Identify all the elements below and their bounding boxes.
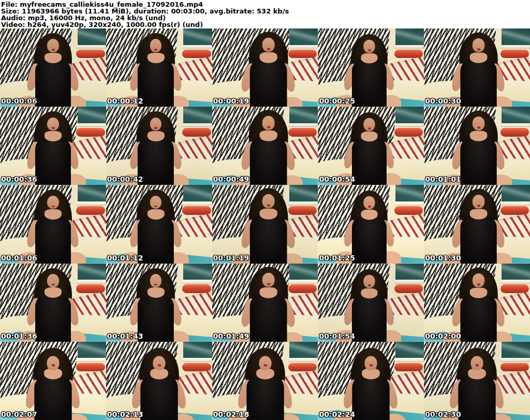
frame-timestamp: 00:01:12 bbox=[107, 254, 143, 262]
person-silhouette bbox=[0, 264, 106, 342]
video-frame: 00:00:06 bbox=[0, 28, 106, 107]
frame-timestamp: 00:01:25 bbox=[319, 254, 355, 262]
frame-timestamp: 00:00:36 bbox=[1, 175, 37, 183]
person-silhouette bbox=[106, 28, 209, 107]
person-silhouette bbox=[424, 343, 530, 420]
person-silhouette bbox=[424, 264, 530, 342]
person-silhouette bbox=[106, 107, 209, 185]
lips bbox=[477, 283, 480, 285]
frame-timestamp: 00:01:49 bbox=[213, 332, 249, 340]
chest bbox=[45, 209, 62, 220]
person-silhouette bbox=[106, 264, 209, 342]
frame-timestamp: 00:01:36 bbox=[1, 332, 37, 340]
frame-timestamp: 00:00:42 bbox=[107, 175, 143, 183]
lips bbox=[157, 364, 160, 366]
frame-timestamp: 00:00:49 bbox=[213, 175, 249, 183]
lips bbox=[154, 284, 157, 286]
person-silhouette bbox=[0, 185, 106, 263]
black-dress bbox=[460, 57, 497, 107]
person-silhouette bbox=[318, 265, 421, 341]
chest bbox=[361, 132, 378, 141]
face bbox=[47, 356, 60, 370]
frame-timestamp: 00:00:25 bbox=[319, 97, 355, 105]
chest bbox=[148, 209, 165, 220]
video-frame: 00:01:06 bbox=[0, 185, 106, 263]
video-frame: 00:00:36 bbox=[0, 107, 106, 185]
black-dress bbox=[352, 136, 387, 185]
video-frame: 00:01:12 bbox=[106, 185, 212, 263]
lips bbox=[263, 364, 267, 366]
person-silhouette bbox=[318, 30, 421, 106]
video-frame: 00:01:49 bbox=[212, 264, 318, 342]
frame-timestamp: 00:02:30 bbox=[425, 410, 461, 418]
person-silhouette bbox=[213, 28, 318, 107]
chest bbox=[470, 287, 487, 298]
black-dress bbox=[35, 57, 71, 107]
video-frame: 00:01:25 bbox=[318, 185, 424, 263]
lips bbox=[477, 127, 480, 129]
video-frame: 00:02:13 bbox=[106, 342, 212, 420]
video-frame: 00:02:24 bbox=[318, 342, 424, 420]
video-frame: 00:00:42 bbox=[106, 107, 212, 185]
chest bbox=[470, 209, 487, 220]
lips bbox=[52, 127, 55, 129]
lips bbox=[267, 283, 270, 285]
lips bbox=[51, 364, 54, 366]
chest bbox=[259, 287, 277, 297]
video-info-line: Video: h264, yuv420p, 320x240, 1000.00 f… bbox=[1, 21, 530, 28]
video-frame: 00:01:19 bbox=[212, 185, 318, 263]
chest bbox=[148, 131, 165, 141]
chest bbox=[45, 53, 62, 63]
frame-timestamp: 00:00:30 bbox=[425, 97, 461, 105]
lips bbox=[476, 364, 479, 366]
frame-timestamp: 00:01:54 bbox=[319, 332, 355, 340]
chest bbox=[470, 52, 487, 63]
person-silhouette bbox=[213, 185, 318, 263]
chest bbox=[361, 288, 378, 298]
frame-timestamp: 00:00:54 bbox=[319, 175, 355, 183]
black-dress bbox=[460, 136, 497, 185]
lips bbox=[267, 48, 270, 50]
video-frame: 00:02:30 bbox=[424, 342, 530, 420]
video-contact-sheet: File: myfreecams_calliekiss4u_female_170… bbox=[0, 0, 530, 420]
person-silhouette bbox=[424, 107, 530, 185]
frame-timestamp: 00:01:19 bbox=[213, 254, 249, 262]
black-dress bbox=[34, 373, 72, 420]
face bbox=[259, 356, 271, 370]
frame-timestamp: 00:02:18 bbox=[213, 410, 249, 418]
chest bbox=[361, 210, 378, 220]
face bbox=[153, 356, 165, 370]
video-frame: 00:01:54 bbox=[318, 264, 424, 342]
person-silhouette bbox=[318, 186, 421, 263]
video-frame: 00:00:49 bbox=[212, 107, 318, 185]
frame-timestamp: 00:01:06 bbox=[1, 254, 37, 262]
frame-timestamp: 00:00:06 bbox=[1, 97, 37, 105]
lips bbox=[154, 49, 157, 51]
person-silhouette bbox=[0, 28, 106, 107]
video-frame: 00:00:30 bbox=[424, 28, 530, 107]
black-dress bbox=[352, 214, 387, 264]
video-frame: 00:02:07 bbox=[0, 342, 106, 420]
video-frame: 00:02:00 bbox=[424, 264, 530, 342]
black-dress bbox=[249, 57, 287, 107]
black-dress bbox=[138, 293, 174, 342]
lips bbox=[154, 127, 157, 129]
video-frame: 00:00:25 bbox=[318, 28, 424, 107]
lips bbox=[368, 49, 371, 51]
black-dress bbox=[460, 214, 497, 264]
face bbox=[365, 356, 377, 370]
video-frame: 00:02:18 bbox=[212, 342, 318, 420]
person-silhouette bbox=[0, 107, 106, 185]
black-dress bbox=[249, 214, 287, 264]
chest bbox=[259, 52, 277, 63]
frame-timestamp: 00:02:00 bbox=[425, 332, 461, 340]
person-silhouette bbox=[212, 343, 318, 420]
frame-timestamp: 00:01:01 bbox=[425, 175, 461, 183]
lips bbox=[477, 49, 480, 51]
frame-timestamp: 00:02:24 bbox=[319, 410, 355, 418]
black-dress bbox=[249, 292, 287, 342]
black-dress bbox=[249, 135, 287, 185]
frame-timestamp: 00:00:19 bbox=[213, 97, 249, 105]
video-frame: 00:01:36 bbox=[0, 264, 106, 342]
black-dress bbox=[140, 373, 178, 420]
